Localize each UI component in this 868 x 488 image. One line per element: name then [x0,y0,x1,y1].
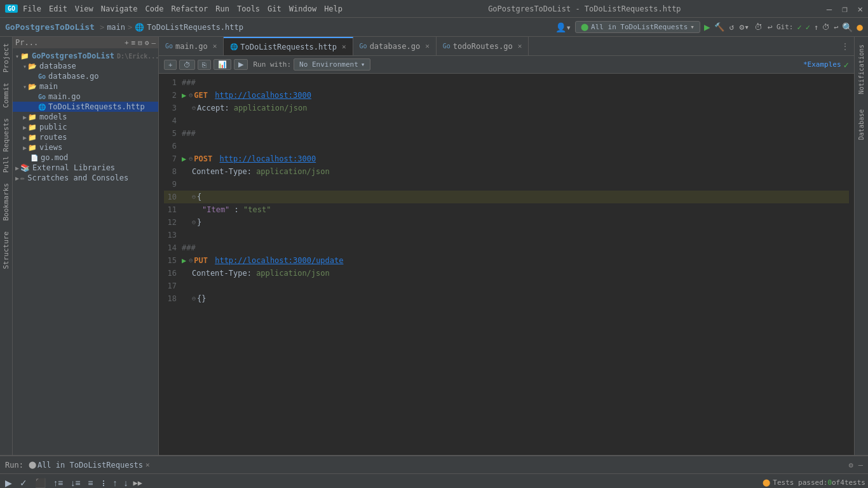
activity-bookmarks-icon[interactable]: Bookmarks [1,179,11,225]
maximize-button[interactable]: ❐ [842,4,847,14]
play-button[interactable]: ▶ [704,21,710,33]
add-request-button[interactable]: + [164,60,177,70]
minimize-button[interactable]: — [827,4,832,14]
file-tree: ▾ 📁 GoPostgresToDoList D:\Erick... ▾ 📂 d… [13,48,158,455]
git-undo-icon[interactable]: ↩ [834,23,838,32]
tab-todo-routes-go[interactable]: Go todoRoutes.go ✕ [437,37,529,56]
tree-item-database-folder[interactable]: ▾ 📂 database [13,61,158,71]
close-run-tab-button[interactable]: ✕ [146,461,150,469]
sidebar-gear-icon[interactable]: ⚙ [145,39,149,47]
activity-structure-icon[interactable]: Structure [1,227,11,273]
window-controls: — ❐ ✕ [827,4,863,14]
code-content[interactable]: 1 ### 2 ▶ ⊖ GET http://localhost:3000 3 … [159,74,854,455]
git-push-icon[interactable]: ↑ [814,23,818,32]
menu-window[interactable]: Window [289,4,316,13]
tree-item-main-folder[interactable]: ▾ 📂 main [13,81,158,92]
menu-git[interactable]: Git [268,4,281,13]
undo-icon[interactable]: ↩ [768,22,773,32]
search-icon[interactable]: 🔍 [842,22,853,32]
sidebar-add-icon[interactable]: + [125,39,129,47]
tree-item-todo-requests-http[interactable]: 🌐 ToDoListRequests.http [13,102,158,112]
sidebar-collapse-icon[interactable]: ⊟ [138,39,142,47]
sidebar-minimize-icon[interactable]: — [151,39,156,47]
settings-icon[interactable]: ⚙ [849,461,853,470]
menu-navigate[interactable]: Navigate [101,4,138,13]
tree-item-database-go[interactable]: Go database.go [13,71,158,81]
tree-item-scratches-consoles[interactable]: ▶ ✏ Scratches and Consoles [13,173,158,183]
tab-close-database-go[interactable]: ✕ [425,42,430,50]
tree-item-main-go[interactable]: Go main.go [13,92,158,102]
list-view-button[interactable]: ≡ [85,477,95,489]
chart-button[interactable]: 📊 [214,59,231,70]
run-post-button[interactable]: ▶ [182,152,186,165]
user-icon[interactable]: 👤▾ [555,22,571,32]
tree-item-views-folder[interactable]: ▶ 📁 views [13,142,158,152]
tree-item-routes-folder[interactable]: ▶ 📁 routes [13,132,158,142]
nav-bar: GoPostgresToDoList > main > 🌐 ToDoListRe… [0,18,868,37]
run-config-selector[interactable]: ⬤ All in ToDoListRequests ▾ [575,21,700,33]
stop-tests-button[interactable]: ⬛ [32,477,48,489]
go-logo: GO [5,4,18,13]
menu-code[interactable]: Code [146,4,164,13]
tab-close-main-go[interactable]: ✕ [213,42,217,50]
run-tests-button[interactable]: ▶ [3,477,15,489]
tree-item-models-folder[interactable]: ▶ 📁 models [13,112,158,122]
project-name[interactable]: GoPostgresToDoList [5,22,95,32]
reload-icon[interactable]: ↺ [729,22,735,32]
user-avatar-icon[interactable]: ● [857,21,863,33]
examples-button[interactable]: *Examples [803,60,841,69]
sort-asc-button[interactable]: ↑≡ [51,477,65,489]
build-icon[interactable]: 🔨 [714,22,724,32]
run-all-button[interactable]: ▶ [234,59,248,70]
history-icon[interactable]: ⏱ [754,22,763,32]
copy-button[interactable]: ⎘ [198,60,211,70]
menu-help[interactable]: Help [324,4,342,13]
expand-icon[interactable]: ▶▶ [133,478,142,487]
toolbar-icons: 🔨 ↺ ⚙▾ ⏱ ↩ [714,22,773,32]
tree-item-public-folder[interactable]: ▶ 📁 public [13,122,158,132]
tab-main-go[interactable]: Go main.go ✕ [159,37,224,56]
menu-view[interactable]: View [75,4,93,13]
test-result-bar: ⬤ Tests passed: 0 of 4 tests [763,478,865,487]
close-button[interactable]: ✕ [858,4,863,14]
tab-close-todo-http[interactable]: ✕ [342,43,346,51]
database-tab[interactable]: Database [857,104,866,145]
nav-folder[interactable]: main [107,23,125,32]
sidebar-list-icon[interactable]: ≡ [132,39,136,47]
run-get-button[interactable]: ▶ [182,89,186,102]
activity-commit-icon[interactable]: Commit [1,79,11,112]
git-pull-icon[interactable]: ⏱ [822,23,830,32]
nav-up-button[interactable]: ↑ [111,477,120,489]
check-tests-button[interactable]: ✓ [17,477,30,489]
nav-file[interactable]: ToDoListRequests.http [147,23,243,32]
minimize-panel-button[interactable]: — [858,461,863,470]
activity-pull-icon[interactable]: Pull Requests [1,114,11,177]
activity-project-icon[interactable]: Project [1,39,11,76]
settings-more-icon[interactable]: ⚙▾ [739,22,749,32]
code-editor[interactable]: 1 ### 2 ▶ ⊖ GET http://localhost:3000 3 … [159,74,854,455]
menu-file[interactable]: File [23,4,41,13]
filter-button[interactable]: ⫶ [98,477,108,489]
menu-refactor[interactable]: Refactor [171,4,208,13]
main-layout: Project Commit Pull Requests Bookmarks S… [0,37,868,455]
env-selector[interactable]: No Environment ▾ [294,58,370,71]
tree-item-go-mod[interactable]: 📄 go.mod [13,152,158,163]
code-line-14: 14 ### [164,241,849,254]
run-put-button[interactable]: ▶ [182,254,186,267]
menu-run[interactable]: Run [215,4,229,13]
tab-todo-requests-http[interactable]: 🌐 ToDoListRequests.http ✕ [224,37,353,56]
nav-down-button[interactable]: ↓ [121,477,131,489]
tab-icon-go-routes: Go [443,43,451,50]
tab-close-todo-routes-go[interactable]: ✕ [518,42,522,50]
notifications-tab[interactable]: Notifications [857,39,866,99]
tests-of-label: of [832,478,840,487]
tab-database-go[interactable]: Go database.go ✕ [353,37,437,56]
tree-item-external-libraries[interactable]: ▶ 📚 External Libraries [13,163,158,173]
tab-overflow-button[interactable]: ⋮ [836,42,854,51]
history-button[interactable]: ⏱ [179,60,195,70]
menu-tools[interactable]: Tools [237,4,260,13]
menu-edit[interactable]: Edit [49,4,67,13]
nav-sep-2: > [128,23,132,32]
sort-desc-button[interactable]: ↓≡ [68,477,83,489]
tree-item-project-root[interactable]: ▾ 📁 GoPostgresToDoList D:\Erick... [13,51,158,61]
